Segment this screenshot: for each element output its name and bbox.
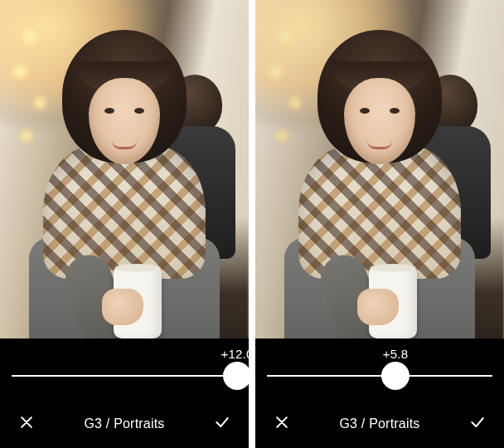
intensity-slider[interactable]: +12.0 bbox=[0, 338, 249, 400]
comparison-row: +12.0 G3 / Portraits bbox=[0, 0, 504, 448]
preset-label[interactable]: G3 / Portraits bbox=[339, 416, 419, 431]
confirm-button[interactable] bbox=[466, 412, 489, 436]
close-icon bbox=[18, 414, 35, 434]
editor-controls: +5.8 G3 / Portraits bbox=[255, 338, 504, 448]
intensity-slider[interactable]: +5.8 bbox=[255, 338, 504, 400]
check-icon bbox=[214, 414, 230, 434]
slider-thumb[interactable] bbox=[223, 362, 249, 390]
photo-preview bbox=[0, 0, 249, 342]
photo-preview bbox=[255, 0, 504, 342]
editor-panel-left: +12.0 G3 / Portraits bbox=[0, 0, 249, 448]
confirm-button[interactable] bbox=[211, 412, 234, 436]
slider-value-label: +5.8 bbox=[383, 347, 408, 361]
check-icon bbox=[469, 414, 486, 434]
slider-track bbox=[267, 375, 492, 377]
editor-controls: +12.0 G3 / Portraits bbox=[0, 338, 249, 448]
preset-label[interactable]: G3 / Portraits bbox=[84, 416, 164, 431]
action-bar: G3 / Portraits bbox=[255, 400, 504, 448]
editor-panel-right: +5.8 G3 / Portraits bbox=[255, 0, 504, 448]
action-bar: G3 / Portraits bbox=[0, 400, 249, 448]
cancel-button[interactable] bbox=[270, 412, 293, 436]
cancel-button[interactable] bbox=[15, 412, 38, 436]
close-icon bbox=[274, 414, 290, 434]
slider-track bbox=[12, 375, 237, 377]
slider-value-label: +12.0 bbox=[221, 347, 249, 361]
slider-thumb[interactable] bbox=[381, 362, 410, 390]
